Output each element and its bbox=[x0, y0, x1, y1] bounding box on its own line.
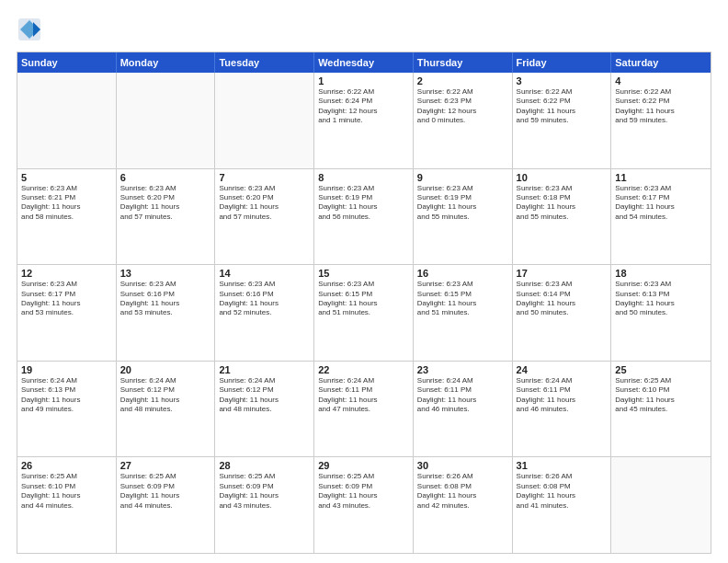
day-number: 23 bbox=[417, 364, 508, 375]
day-number: 26 bbox=[21, 460, 112, 471]
day-cell-3: 3Sunrise: 6:22 AM Sunset: 6:22 PM Daylig… bbox=[513, 73, 612, 168]
day-cell-24: 24Sunrise: 6:24 AM Sunset: 6:11 PM Dayli… bbox=[513, 362, 612, 457]
day-info: Sunrise: 6:25 AM Sunset: 6:09 PM Dayligh… bbox=[318, 472, 409, 511]
day-number: 24 bbox=[517, 364, 608, 375]
day-cell-15: 15Sunrise: 6:23 AM Sunset: 6:15 PM Dayli… bbox=[314, 265, 414, 361]
day-cell-4: 4Sunrise: 6:22 AM Sunset: 6:22 PM Daylig… bbox=[611, 73, 711, 168]
logo-icon bbox=[17, 17, 42, 42]
week-row-2: 5Sunrise: 6:23 AM Sunset: 6:21 PM Daylig… bbox=[17, 168, 711, 265]
day-info: Sunrise: 6:23 AM Sunset: 6:17 PM Dayligh… bbox=[615, 184, 707, 223]
day-header-thursday: Thursday bbox=[414, 52, 513, 73]
day-info: Sunrise: 6:26 AM Sunset: 6:08 PM Dayligh… bbox=[517, 472, 608, 511]
day-info: Sunrise: 6:24 AM Sunset: 6:12 PM Dayligh… bbox=[219, 376, 310, 415]
day-number: 13 bbox=[120, 268, 211, 279]
day-header-tuesday: Tuesday bbox=[215, 52, 314, 73]
day-number: 15 bbox=[318, 268, 409, 279]
day-cell-8: 8Sunrise: 6:23 AM Sunset: 6:19 PM Daylig… bbox=[314, 169, 414, 265]
day-info: Sunrise: 6:23 AM Sunset: 6:20 PM Dayligh… bbox=[120, 184, 211, 223]
day-number: 16 bbox=[417, 268, 508, 279]
day-info: Sunrise: 6:25 AM Sunset: 6:10 PM Dayligh… bbox=[21, 472, 112, 511]
day-cell-29: 29Sunrise: 6:25 AM Sunset: 6:09 PM Dayli… bbox=[314, 457, 414, 553]
day-cell-25: 25Sunrise: 6:25 AM Sunset: 6:10 PM Dayli… bbox=[611, 362, 711, 457]
day-info: Sunrise: 6:25 AM Sunset: 6:09 PM Dayligh… bbox=[120, 472, 211, 511]
day-info: Sunrise: 6:23 AM Sunset: 6:16 PM Dayligh… bbox=[120, 280, 211, 318]
day-cell-17: 17Sunrise: 6:23 AM Sunset: 6:14 PM Dayli… bbox=[513, 265, 612, 361]
day-cell-13: 13Sunrise: 6:23 AM Sunset: 6:16 PM Dayli… bbox=[117, 265, 216, 361]
empty-cell bbox=[117, 73, 216, 168]
day-info: Sunrise: 6:23 AM Sunset: 6:20 PM Dayligh… bbox=[219, 184, 310, 223]
day-info: Sunrise: 6:23 AM Sunset: 6:14 PM Dayligh… bbox=[517, 280, 608, 318]
day-cell-14: 14Sunrise: 6:23 AM Sunset: 6:16 PM Dayli… bbox=[215, 265, 314, 361]
day-header-monday: Monday bbox=[117, 52, 216, 73]
day-number: 3 bbox=[517, 75, 608, 86]
day-number: 22 bbox=[318, 364, 409, 375]
day-cell-7: 7Sunrise: 6:23 AM Sunset: 6:20 PM Daylig… bbox=[215, 169, 314, 265]
day-number: 10 bbox=[517, 172, 608, 183]
day-cell-10: 10Sunrise: 6:23 AM Sunset: 6:18 PM Dayli… bbox=[513, 169, 612, 265]
day-info: Sunrise: 6:22 AM Sunset: 6:22 PM Dayligh… bbox=[517, 87, 608, 126]
day-info: Sunrise: 6:25 AM Sunset: 6:10 PM Dayligh… bbox=[615, 376, 707, 415]
day-info: Sunrise: 6:24 AM Sunset: 6:12 PM Dayligh… bbox=[120, 376, 211, 415]
calendar-header: SundayMondayTuesdayWednesdayThursdayFrid… bbox=[17, 52, 711, 73]
header bbox=[17, 17, 711, 42]
day-info: Sunrise: 6:24 AM Sunset: 6:13 PM Dayligh… bbox=[21, 376, 112, 415]
day-cell-2: 2Sunrise: 6:22 AM Sunset: 6:23 PM Daylig… bbox=[414, 73, 513, 168]
day-header-saturday: Saturday bbox=[611, 52, 711, 73]
day-number: 17 bbox=[517, 268, 608, 279]
day-cell-19: 19Sunrise: 6:24 AM Sunset: 6:13 PM Dayli… bbox=[17, 362, 117, 457]
day-number: 14 bbox=[219, 268, 310, 279]
day-cell-20: 20Sunrise: 6:24 AM Sunset: 6:12 PM Dayli… bbox=[117, 362, 216, 457]
day-cell-31: 31Sunrise: 6:26 AM Sunset: 6:08 PM Dayli… bbox=[513, 457, 612, 553]
day-number: 12 bbox=[21, 268, 112, 279]
day-cell-11: 11Sunrise: 6:23 AM Sunset: 6:17 PM Dayli… bbox=[611, 169, 711, 265]
day-number: 31 bbox=[517, 460, 608, 471]
day-info: Sunrise: 6:26 AM Sunset: 6:08 PM Dayligh… bbox=[417, 472, 508, 511]
day-info: Sunrise: 6:24 AM Sunset: 6:11 PM Dayligh… bbox=[318, 376, 409, 415]
day-info: Sunrise: 6:22 AM Sunset: 6:22 PM Dayligh… bbox=[615, 87, 707, 126]
day-number: 6 bbox=[120, 172, 211, 183]
day-cell-5: 5Sunrise: 6:23 AM Sunset: 6:21 PM Daylig… bbox=[17, 169, 117, 265]
day-cell-21: 21Sunrise: 6:24 AM Sunset: 6:12 PM Dayli… bbox=[215, 362, 314, 457]
day-info: Sunrise: 6:23 AM Sunset: 6:17 PM Dayligh… bbox=[21, 280, 112, 318]
week-row-3: 12Sunrise: 6:23 AM Sunset: 6:17 PM Dayli… bbox=[17, 264, 711, 361]
day-number: 27 bbox=[120, 460, 211, 471]
day-cell-22: 22Sunrise: 6:24 AM Sunset: 6:11 PM Dayli… bbox=[314, 362, 414, 457]
calendar-body: 1Sunrise: 6:22 AM Sunset: 6:24 PM Daylig… bbox=[17, 73, 711, 553]
day-info: Sunrise: 6:23 AM Sunset: 6:13 PM Dayligh… bbox=[615, 280, 707, 318]
day-number: 5 bbox=[21, 172, 112, 183]
day-number: 8 bbox=[318, 172, 409, 183]
day-number: 21 bbox=[219, 364, 310, 375]
day-info: Sunrise: 6:25 AM Sunset: 6:09 PM Dayligh… bbox=[219, 472, 310, 511]
day-cell-18: 18Sunrise: 6:23 AM Sunset: 6:13 PM Dayli… bbox=[611, 265, 711, 361]
day-info: Sunrise: 6:23 AM Sunset: 6:19 PM Dayligh… bbox=[417, 184, 508, 223]
day-cell-6: 6Sunrise: 6:23 AM Sunset: 6:20 PM Daylig… bbox=[117, 169, 216, 265]
day-info: Sunrise: 6:23 AM Sunset: 6:15 PM Dayligh… bbox=[318, 280, 409, 318]
day-info: Sunrise: 6:23 AM Sunset: 6:16 PM Dayligh… bbox=[219, 280, 310, 318]
day-info: Sunrise: 6:23 AM Sunset: 6:15 PM Dayligh… bbox=[417, 280, 508, 318]
day-number: 4 bbox=[615, 75, 707, 86]
day-number: 18 bbox=[615, 268, 707, 279]
page: SundayMondayTuesdayWednesdayThursdayFrid… bbox=[0, 0, 728, 563]
empty-cell bbox=[215, 73, 314, 168]
day-info: Sunrise: 6:23 AM Sunset: 6:21 PM Dayligh… bbox=[21, 184, 112, 223]
day-header-sunday: Sunday bbox=[17, 52, 117, 73]
day-cell-26: 26Sunrise: 6:25 AM Sunset: 6:10 PM Dayli… bbox=[17, 457, 117, 553]
day-header-wednesday: Wednesday bbox=[314, 52, 414, 73]
empty-cell bbox=[611, 457, 711, 553]
day-number: 20 bbox=[120, 364, 211, 375]
empty-cell bbox=[17, 73, 117, 168]
day-number: 9 bbox=[417, 172, 508, 183]
day-info: Sunrise: 6:24 AM Sunset: 6:11 PM Dayligh… bbox=[417, 376, 508, 415]
day-number: 28 bbox=[219, 460, 310, 471]
logo bbox=[17, 17, 46, 42]
day-header-friday: Friday bbox=[513, 52, 612, 73]
day-number: 25 bbox=[615, 364, 707, 375]
week-row-5: 26Sunrise: 6:25 AM Sunset: 6:10 PM Dayli… bbox=[17, 456, 711, 553]
day-cell-27: 27Sunrise: 6:25 AM Sunset: 6:09 PM Dayli… bbox=[117, 457, 216, 553]
day-info: Sunrise: 6:23 AM Sunset: 6:18 PM Dayligh… bbox=[517, 184, 608, 223]
week-row-4: 19Sunrise: 6:24 AM Sunset: 6:13 PM Dayli… bbox=[17, 361, 711, 457]
day-cell-16: 16Sunrise: 6:23 AM Sunset: 6:15 PM Dayli… bbox=[414, 265, 513, 361]
day-cell-28: 28Sunrise: 6:25 AM Sunset: 6:09 PM Dayli… bbox=[215, 457, 314, 553]
day-number: 1 bbox=[318, 75, 409, 86]
day-cell-1: 1Sunrise: 6:22 AM Sunset: 6:24 PM Daylig… bbox=[314, 73, 414, 168]
